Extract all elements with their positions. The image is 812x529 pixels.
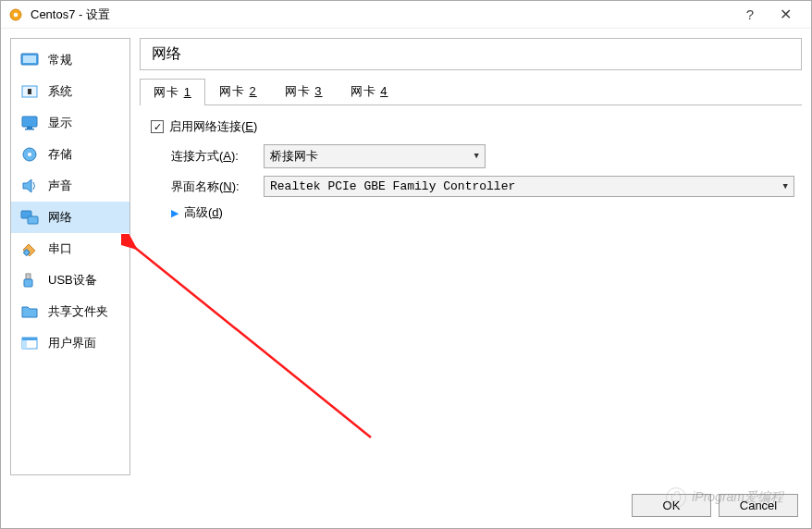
svg-rect-18 xyxy=(22,340,27,349)
svg-point-10 xyxy=(28,153,31,156)
network-icon xyxy=(20,209,39,226)
sidebar-item-label: 存储 xyxy=(48,146,72,163)
sidebar-item-network[interactable]: 网络 xyxy=(11,202,129,233)
sidebar: 常规 系统 显示 存储 声音 网络 xyxy=(10,38,130,475)
svg-rect-3 xyxy=(23,55,36,63)
advanced-expander[interactable]: ▶ 高级(d) xyxy=(171,204,794,221)
sidebar-item-label: USB设备 xyxy=(48,272,97,289)
sidebar-item-serial[interactable]: 串口 xyxy=(11,233,129,264)
svg-rect-17 xyxy=(22,338,37,340)
system-icon xyxy=(20,83,39,100)
ok-button[interactable]: OK xyxy=(632,494,711,517)
folder-icon xyxy=(20,303,39,320)
cancel-button[interactable]: Cancel xyxy=(719,494,798,517)
interface-name-select[interactable]: Realtek PCIe GBE Family Controller ▼ xyxy=(264,176,794,197)
sidebar-item-label: 网络 xyxy=(48,209,72,226)
display-icon xyxy=(20,115,39,131)
sidebar-item-shared[interactable]: 共享文件夹 xyxy=(11,296,129,327)
svg-rect-12 xyxy=(28,216,38,224)
svg-rect-5 xyxy=(28,89,31,94)
svg-rect-15 xyxy=(24,279,32,287)
sidebar-item-audio[interactable]: 声音 xyxy=(11,170,129,202)
tab-content: ✓ 启用网络连接(E) 连接方式(A): 桥接网卡 ▼ 界面名称(N): Rea… xyxy=(140,105,802,234)
svg-rect-8 xyxy=(25,129,34,130)
tab-adapter-3[interactable]: 网卡 3 xyxy=(271,78,337,105)
ui-icon xyxy=(20,335,39,351)
sidebar-item-label: 串口 xyxy=(48,240,72,257)
audio-icon xyxy=(20,178,39,194)
interface-name-row: 界面名称(N): Realtek PCIe GBE Family Control… xyxy=(171,176,794,197)
help-button[interactable]: ? xyxy=(733,6,767,22)
sidebar-item-storage[interactable]: 存储 xyxy=(11,139,129,170)
storage-icon xyxy=(20,146,39,163)
attached-to-select[interactable]: 桥接网卡 ▼ xyxy=(264,144,486,168)
attached-to-value: 桥接网卡 xyxy=(270,148,318,165)
svg-point-1 xyxy=(14,12,18,17)
chevron-right-icon: ▶ xyxy=(171,207,178,219)
window-title: Centos7 - 设置 xyxy=(31,6,733,23)
sidebar-item-label: 声音 xyxy=(48,178,72,194)
chevron-down-icon: ▼ xyxy=(783,182,788,191)
general-icon xyxy=(20,52,39,68)
tab-adapter-2[interactable]: 网卡 2 xyxy=(205,78,271,105)
dialog-body: 常规 系统 显示 存储 声音 网络 xyxy=(1,29,811,485)
tab-adapter-1[interactable]: 网卡 1 xyxy=(140,79,205,105)
app-icon xyxy=(8,7,23,22)
sidebar-item-ui[interactable]: 用户界面 xyxy=(11,327,129,359)
sidebar-item-label: 共享文件夹 xyxy=(48,303,108,320)
sidebar-item-label: 常规 xyxy=(48,52,72,68)
usb-icon xyxy=(20,272,39,289)
svg-rect-14 xyxy=(26,274,31,279)
interface-name-label: 界面名称(N): xyxy=(171,178,264,195)
svg-rect-6 xyxy=(22,117,37,127)
sidebar-item-system[interactable]: 系统 xyxy=(11,76,129,107)
sidebar-item-general[interactable]: 常规 xyxy=(11,44,129,76)
close-button[interactable]: ✕ xyxy=(767,6,804,23)
advanced-label: 高级(d) xyxy=(184,204,223,221)
serial-icon xyxy=(20,240,39,257)
sidebar-item-label: 系统 xyxy=(48,83,72,100)
sidebar-item-label: 显示 xyxy=(48,115,72,131)
settings-window: Centos7 - 设置 ? ✕ 常规 系统 显示 存储 声音 xyxy=(0,0,812,529)
attached-to-row: 连接方式(A): 桥接网卡 ▼ xyxy=(171,144,794,168)
svg-rect-7 xyxy=(27,127,32,129)
checkbox-icon: ✓ xyxy=(151,120,164,133)
chevron-down-icon: ▼ xyxy=(474,152,479,161)
tabs: 网卡 1 网卡 2 网卡 3 网卡 4 xyxy=(140,78,802,105)
enable-network-label: 启用网络连接(E) xyxy=(169,118,257,135)
dialog-footer: OK Cancel xyxy=(1,485,811,528)
enable-network-checkbox[interactable]: ✓ 启用网络连接(E) xyxy=(151,118,794,135)
sidebar-item-label: 用户界面 xyxy=(48,335,96,351)
section-header: 网络 xyxy=(140,38,802,70)
tab-adapter-4[interactable]: 网卡 4 xyxy=(337,78,402,105)
sidebar-item-display[interactable]: 显示 xyxy=(11,107,129,139)
titlebar: Centos7 - 设置 ? ✕ xyxy=(1,1,811,29)
sidebar-item-usb[interactable]: USB设备 xyxy=(11,264,129,296)
interface-name-value: Realtek PCIe GBE Family Controller xyxy=(270,179,515,193)
main-panel: 网络 网卡 1 网卡 2 网卡 3 网卡 4 ✓ 启用网络连接(E) 连接方式(… xyxy=(140,38,802,475)
attached-to-label: 连接方式(A): xyxy=(171,148,264,165)
